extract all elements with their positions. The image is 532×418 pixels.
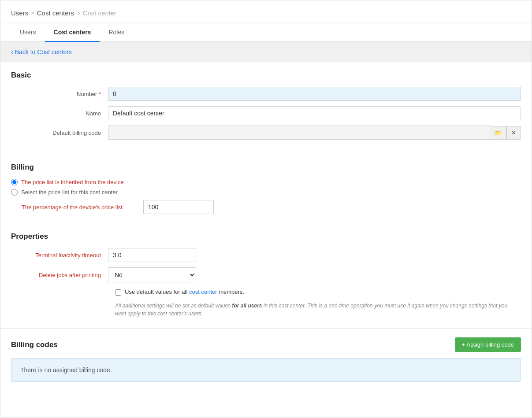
basic-section: Basic Number * Name Default billing code: [0, 62, 532, 154]
back-nav: ‹ Back to Cost centers: [0, 42, 532, 62]
billing-code-field-group: 📁 ✕: [108, 126, 521, 140]
number-label: Number *: [11, 91, 108, 97]
number-required-star: *: [99, 91, 101, 97]
cost-center-link[interactable]: cost center: [189, 289, 217, 295]
timeout-input[interactable]: [108, 248, 196, 262]
radio-inherited[interactable]: [11, 179, 18, 185]
radio-inherited-label: The price list is inherited from the dev…: [21, 179, 124, 185]
delete-jobs-row: Delete jobs after printing No Yes: [11, 267, 521, 282]
billing-code-row: Default billing code 📁 ✕: [11, 126, 521, 140]
info-text-before: All additional settings will be set as d…: [115, 303, 232, 309]
delete-jobs-select[interactable]: No Yes: [108, 267, 196, 282]
timeout-label: Terminal inactivity timeout: [11, 252, 108, 259]
tab-users[interactable]: Users: [11, 23, 45, 42]
radio-select[interactable]: [11, 189, 18, 196]
billing-code-input[interactable]: [108, 126, 490, 140]
breadcrumb-bar: Users > Cost centers > Cost center: [0, 0, 532, 23]
assign-billing-code-label: + Assign billing code: [462, 341, 514, 348]
billing-section: Billing The price list is inherited from…: [0, 154, 532, 223]
breadcrumb-cost-centers[interactable]: Cost centers: [37, 9, 74, 17]
billing-codes-header: Billing codes + Assign billing code: [11, 337, 521, 352]
breadcrumb-users[interactable]: Users: [11, 9, 28, 17]
no-billing-code-message: There is no assigned billing code.: [11, 358, 521, 382]
chevron-left-icon: ‹: [11, 48, 13, 55]
percentage-input[interactable]: [143, 200, 214, 214]
name-row: Name: [11, 106, 521, 120]
radio-row-inherited: The price list is inherited from the dev…: [11, 179, 521, 185]
breadcrumb-sep2: >: [77, 10, 80, 16]
percentage-row: The percentage of the device's price lis…: [11, 200, 521, 214]
billing-code-clear-button[interactable]: ✕: [506, 126, 521, 140]
number-row: Number *: [11, 87, 521, 101]
billing-section-title: Billing: [11, 163, 521, 172]
billing-codes-section: Billing codes + Assign billing code Ther…: [0, 329, 532, 391]
tab-roles[interactable]: Roles: [100, 23, 133, 42]
billing-codes-title: Billing codes: [11, 340, 58, 349]
page-wrapper: Users > Cost centers > Cost center Users…: [0, 0, 532, 418]
tab-bar: Users Cost centers Roles: [0, 23, 532, 42]
basic-section-title: Basic: [11, 71, 521, 80]
assign-billing-code-button[interactable]: + Assign billing code: [455, 337, 521, 352]
billing-code-folder-button[interactable]: 📁: [490, 126, 506, 140]
info-text: All additional settings will be set as d…: [11, 296, 521, 319]
timeout-row: Terminal inactivity timeout: [11, 248, 521, 262]
back-to-cost-centers-link[interactable]: ‹ Back to Cost centers: [11, 48, 72, 55]
percentage-label: The percentage of the device's price lis…: [11, 204, 143, 211]
back-link-label: Back to Cost centers: [15, 48, 72, 55]
radio-select-label: Select the price list for this cost cent…: [21, 189, 118, 196]
properties-section: Properties Terminal inactivity timeout D…: [0, 223, 532, 329]
radio-row-select: Select the price list for this cost cent…: [11, 189, 521, 196]
main-content: Basic Number * Name Default billing code: [0, 62, 532, 408]
number-input[interactable]: [108, 87, 521, 101]
breadcrumb-cost-center: Cost center: [83, 9, 117, 17]
folder-icon: 📁: [495, 129, 502, 136]
checkbox-label: Use default values for all cost center m…: [125, 289, 244, 295]
name-input[interactable]: [108, 106, 521, 120]
default-values-checkbox[interactable]: [115, 289, 121, 296]
checkbox-row: Use default values for all cost center m…: [11, 289, 521, 296]
clear-icon: ✕: [511, 129, 516, 136]
info-text-bold: for all users: [232, 303, 262, 309]
breadcrumb: Users > Cost centers > Cost center: [11, 9, 521, 17]
name-label: Name: [11, 110, 108, 117]
tab-cost-centers[interactable]: Cost centers: [45, 23, 100, 42]
properties-section-title: Properties: [11, 232, 521, 241]
billing-code-label: Default billing code: [11, 129, 108, 136]
number-label-text: Number: [77, 91, 97, 97]
breadcrumb-sep1: >: [31, 10, 34, 16]
delete-jobs-label: Delete jobs after printing: [11, 272, 108, 278]
